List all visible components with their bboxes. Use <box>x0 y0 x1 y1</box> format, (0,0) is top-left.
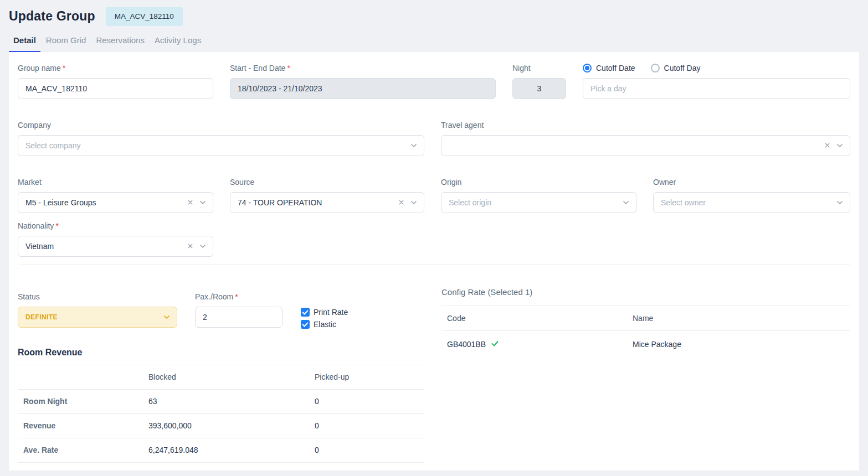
table-row-revenue: Revenue 393,600,000 0 <box>18 413 424 438</box>
label-text: Company <box>18 121 51 130</box>
group-name-field: Group name* <box>18 63 213 99</box>
origin-select[interactable]: Select origin <box>441 192 636 213</box>
print-rate-label: Print Rate <box>314 308 348 317</box>
chevron-down-icon[interactable] <box>199 199 207 206</box>
blocked-value: 393,600,000 <box>143 413 309 438</box>
print-rate-checkbox[interactable]: Print Rate <box>301 308 348 317</box>
select-value: 74 - TOUR OPERATION <box>238 198 393 207</box>
pax-room-input[interactable] <box>195 307 283 328</box>
config-rate-row[interactable]: GB4001BB Mice Package <box>441 330 850 358</box>
radio-unselected-icon[interactable] <box>651 64 660 73</box>
origin-label: Origin <box>441 177 636 188</box>
selected-check-icon <box>491 339 499 349</box>
status-row: Status DEFINITE Pax./Room* <box>18 292 424 329</box>
required-asterisk: * <box>235 292 238 301</box>
source-select[interactable]: 74 - TOUR OPERATION <box>230 192 424 213</box>
travel-agent-select[interactable] <box>441 135 850 156</box>
section-divider <box>18 265 850 265</box>
config-rate-panel: Config Rate (Selected 1) Code Name GB400… <box>441 287 850 358</box>
market-select[interactable]: M5 - Leisure Groups <box>18 192 213 213</box>
market-label: Market <box>18 177 213 188</box>
empty-header-cell <box>18 365 143 389</box>
form-row-4: Nationality* Vietnam <box>18 221 850 257</box>
group-name-input[interactable] <box>18 78 213 99</box>
checkbox-checked-icon[interactable] <box>301 308 310 317</box>
chevron-down-icon[interactable] <box>410 199 418 206</box>
form-row-1: Group name* Start - End Date* Night Cuto… <box>18 63 850 99</box>
group-name-label: Group name* <box>18 63 213 74</box>
label-text: Source <box>230 178 254 187</box>
checkbox-checked-icon[interactable] <box>301 320 310 329</box>
room-revenue-header-row: Blocked Picked-up <box>18 365 424 389</box>
night-label: Night <box>512 63 566 74</box>
pax-room-label: Pax./Room* <box>195 292 283 302</box>
label-text: Night <box>512 64 531 73</box>
source-field: Source 74 - TOUR OPERATION <box>230 177 424 213</box>
label-text: Owner <box>653 178 676 187</box>
clear-icon[interactable] <box>398 199 405 206</box>
label-text: Start - End Date <box>230 64 285 73</box>
origin-field: Origin Select origin <box>441 177 636 213</box>
company-select[interactable]: Select company <box>18 135 424 156</box>
cutoff-day-radio[interactable]: Cutoff Day <box>651 64 701 73</box>
nationality-label: Nationality* <box>18 221 213 231</box>
cutoff-field: Cutoff Date Cutoff Day <box>583 63 850 99</box>
status-select[interactable]: DEFINITE <box>18 307 177 328</box>
travel-agent-label: Travel agent <box>441 120 850 131</box>
chevron-down-icon[interactable] <box>836 142 844 149</box>
tab-activity-logs[interactable]: Activity Logs <box>150 31 206 52</box>
chevron-down-icon[interactable] <box>836 199 844 206</box>
label-text: Nationality <box>18 221 54 230</box>
config-rate-table: Code Name GB4001BB <box>441 306 850 358</box>
select-value: Vietnam <box>25 242 182 251</box>
cutoff-date-radio[interactable]: Cutoff Date <box>583 64 635 73</box>
select-placeholder: Select owner <box>661 198 831 207</box>
company-label: Company <box>18 120 424 131</box>
table-row-room-night: Room Night 63 0 <box>18 389 424 413</box>
owner-select[interactable]: Select owner <box>653 192 850 213</box>
status-label: Status <box>18 292 177 302</box>
night-field: Night <box>512 63 566 99</box>
chevron-down-icon[interactable] <box>163 313 171 321</box>
tab-detail[interactable]: Detail <box>9 31 40 52</box>
chevron-down-icon[interactable] <box>199 242 207 250</box>
config-rate-title: Config Rate (Selected 1) <box>441 287 850 306</box>
code-cell-wrap: GB4001BB <box>441 330 627 358</box>
row-label: Ave. Rate <box>18 438 143 462</box>
select-value: DEFINITE <box>25 313 158 321</box>
chevron-down-icon[interactable] <box>410 142 418 149</box>
cutoff-day-label: Cutoff Day <box>664 64 701 73</box>
select-placeholder: Select origin <box>449 198 617 207</box>
elastic-label: Elastic <box>314 320 336 329</box>
chevron-down-icon[interactable] <box>622 199 630 206</box>
date-range-field: Start - End Date* <box>230 63 496 99</box>
group-code-badge: MA_ACV_182110 <box>106 7 183 26</box>
page-title: Update Group <box>9 9 95 24</box>
picked-up-value: 0 <box>309 438 424 462</box>
config-rate-header-row: Code Name <box>441 306 850 331</box>
table-row-ave-rate: Ave. Rate 6,247,619.048 0 <box>18 438 424 462</box>
date-range-label: Start - End Date* <box>230 63 496 74</box>
required-asterisk: * <box>63 64 65 73</box>
cutoff-day-picker-input[interactable] <box>583 78 850 99</box>
nationality-field: Nationality* Vietnam <box>18 221 213 257</box>
night-input <box>512 78 566 99</box>
name-header: Name <box>627 306 850 331</box>
rate-options: Print Rate Elastic <box>301 292 348 329</box>
lower-left-column: Status DEFINITE Pax./Room* <box>18 287 424 463</box>
radio-selected-icon[interactable] <box>583 64 592 73</box>
picked-up-header: Picked-up <box>309 365 424 389</box>
select-placeholder: Select company <box>25 141 405 150</box>
clear-icon[interactable] <box>824 142 831 149</box>
room-revenue-title: Room Revenue <box>18 348 424 358</box>
clear-icon[interactable] <box>187 242 194 250</box>
form-row-2: Company Select company Travel agent <box>18 120 850 156</box>
nationality-select[interactable]: Vietnam <box>18 236 213 257</box>
elastic-checkbox[interactable]: Elastic <box>301 320 348 329</box>
clear-icon[interactable] <box>187 199 194 206</box>
row-label: Room Night <box>18 389 143 413</box>
code-cell: GB4001BB <box>447 339 622 349</box>
tab-room-grid[interactable]: Room Grid <box>42 31 91 52</box>
tab-reservations[interactable]: Reservations <box>91 31 149 52</box>
pax-room-field: Pax./Room* <box>195 292 283 328</box>
